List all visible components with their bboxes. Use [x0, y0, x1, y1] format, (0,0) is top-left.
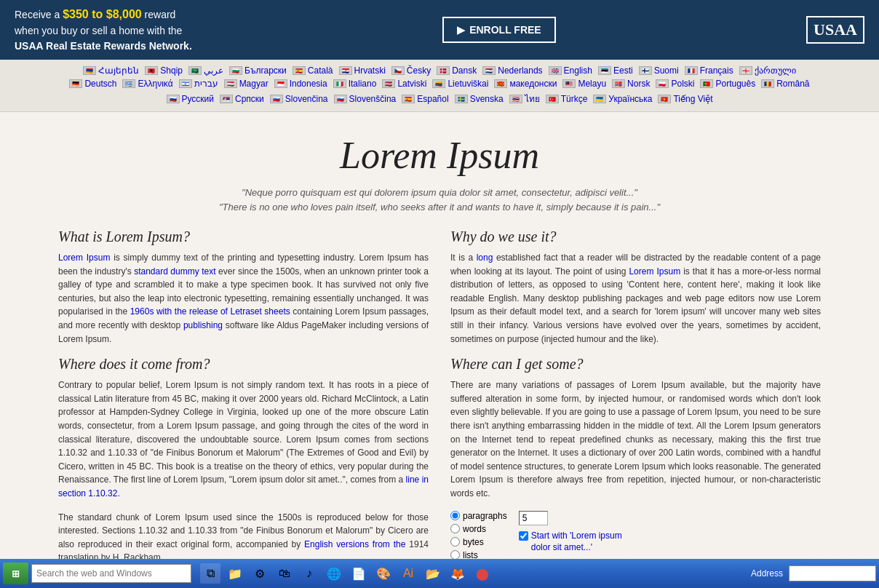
taskbar-right: Address — [751, 565, 876, 581]
banner-text: Receive a $350 to $8,000 reward when you… — [15, 6, 192, 54]
quote-line2: "There is no one who loves pain itself, … — [15, 200, 864, 215]
language-link[interactable]: 🇻🇳Tiếng Việt — [658, 94, 712, 104]
language-link[interactable]: 🇮🇩Indonesia — [274, 79, 327, 89]
option-words-radio[interactable] — [450, 524, 460, 533]
flag-icon: 🇹🇷 — [546, 95, 559, 103]
start-checkbox[interactable] — [519, 531, 528, 541]
file-explorer-icon[interactable]: 📁 — [225, 563, 245, 584]
language-link[interactable]: 🇷🇺Русский — [167, 94, 215, 104]
task-view-icon[interactable]: ⧉ — [200, 563, 220, 584]
paint-icon[interactable]: 🎨 — [373, 563, 394, 584]
firefox-icon[interactable]: 🦊 — [448, 563, 468, 584]
flag-icon: 🇹🇭 — [509, 95, 522, 103]
option-words-label[interactable]: words — [450, 524, 507, 534]
quote-line1: "Neque porro quisquam est qui dolorem ip… — [15, 186, 864, 200]
edge-icon[interactable]: 🌐 — [324, 563, 344, 584]
option-paragraphs-label[interactable]: paragraphs — [450, 511, 507, 521]
main-content: 🇦🇲Հայերեն🇦🇱Shqip🇸🇦عربي🇧🇬Български🇪🇸Catal… — [0, 60, 879, 588]
flag-icon: 🇵🇱 — [656, 79, 669, 88]
language-link[interactable]: 🇬🇧English — [549, 65, 592, 76]
language-link[interactable]: 🇱🇻Latviski — [382, 79, 426, 89]
flag-icon: 🇦🇲 — [83, 66, 96, 75]
banner-brand: USAA Real Estate Rewards Network. — [15, 39, 192, 54]
reward-amount: $350 to $8,000 — [63, 8, 142, 20]
flag-icon: 🇩🇪 — [69, 79, 82, 88]
illustrator-icon[interactable]: Ai — [398, 563, 418, 584]
language-link[interactable]: 🇪🇸Español — [402, 94, 448, 104]
language-link[interactable]: 🇨🇿Česky — [391, 65, 431, 76]
language-link[interactable]: 🇱🇹Lietuviškai — [432, 79, 488, 89]
section-where-from-title: Where does it come from? — [58, 356, 429, 373]
option-bytes-label[interactable]: bytes — [450, 537, 507, 547]
language-link[interactable]: 🇷🇸Српски — [220, 94, 264, 104]
flag-icon: 🇭🇺 — [224, 79, 237, 88]
address-label: Address — [751, 568, 783, 579]
language-link[interactable]: 🇮🇹Italiano — [333, 79, 377, 89]
language-link[interactable]: 🇬🇷Ελληνικά — [122, 79, 172, 89]
option-bytes-radio[interactable] — [450, 537, 460, 547]
flag-icon: 🇮🇹 — [333, 79, 346, 88]
language-link[interactable]: 🇧🇬Български — [229, 65, 287, 76]
language-link[interactable]: 🇹🇭ไทย — [509, 92, 540, 106]
pdf-icon[interactable]: 📄 — [349, 563, 369, 584]
language-link[interactable]: 🇪🇸Català — [293, 65, 333, 76]
count-input[interactable] — [519, 511, 548, 525]
flag-icon: 🇷🇴 — [761, 79, 774, 88]
section-where-get-title: Where can I get some? — [450, 356, 821, 373]
taskbar-icons: ⧉ 📁 ⚙ 🛍 ♪ 🌐 📄 🎨 Ai 📂 🦊 ⬤ — [200, 563, 493, 584]
address-input[interactable] — [789, 565, 876, 581]
language-link[interactable]: 🇸🇮Slovenčina — [270, 94, 328, 104]
quote: "Neque porro quisquam est qui dolorem ip… — [15, 186, 864, 214]
flag-icon: 🇳🇱 — [482, 66, 496, 75]
settings-icon[interactable]: ⚙ — [250, 563, 270, 584]
language-link[interactable]: 🇸🇦عربي — [188, 65, 223, 76]
language-link[interactable]: 🇫🇷Français — [685, 65, 733, 76]
language-link[interactable]: 🇺🇦Українська — [593, 94, 652, 104]
flag-icon: 🇮🇱 — [179, 79, 192, 88]
chrome-icon[interactable]: ⬤ — [472, 563, 493, 584]
flag-icon: 🇫🇮 — [639, 66, 652, 75]
usaa-logo: USAA — [806, 16, 864, 44]
language-link[interactable]: 🇦🇲Հայերեն — [83, 65, 139, 76]
flag-icon: 🇸🇦 — [188, 66, 202, 75]
banner-subtext: when you buy or sell a home with the — [15, 23, 192, 39]
language-link[interactable]: 🇳🇱Nederlands — [482, 65, 542, 76]
flag-icon: 🇸🇪 — [455, 95, 468, 103]
language-link[interactable]: 🇭🇷Hrvatski — [339, 65, 386, 76]
language-link[interactable]: 🇸🇮Slovenščina — [334, 94, 397, 104]
language-link[interactable]: 🇸🇪Svenska — [455, 94, 504, 104]
type-options: paragraphs words bytes lists — [450, 511, 507, 560]
language-link[interactable]: 🇩🇰Dansk — [437, 65, 477, 76]
folder-icon[interactable]: 📂 — [423, 563, 443, 584]
flag-icon: 🇬🇷 — [122, 79, 135, 88]
language-link[interactable]: 🇲🇾Melayu — [562, 79, 606, 89]
enroll-button[interactable]: ▶ ENROLL FREE — [442, 17, 556, 43]
language-link[interactable]: 🇦🇱Shqip — [145, 65, 183, 76]
search-input[interactable] — [31, 564, 191, 583]
flag-icon: 🇨🇿 — [391, 66, 405, 75]
flag-icon: 🇮🇩 — [274, 79, 287, 88]
store-icon[interactable]: 🛍 — [274, 563, 295, 584]
language-link[interactable]: 🇪🇪Eesti — [598, 65, 633, 76]
option-paragraphs-radio[interactable] — [450, 511, 460, 520]
language-link[interactable]: 🇮🇱עברית — [179, 79, 218, 89]
banner-reward: Receive a $350 to $8,000 reward — [15, 6, 192, 23]
music-icon[interactable]: ♪ — [299, 563, 319, 584]
language-link[interactable]: 🇵🇱Polski — [656, 79, 694, 89]
language-link[interactable]: 🇵🇹Português — [700, 79, 755, 89]
content-area: What is Lorem Ipsum? Lorem Ipsum is simp… — [0, 221, 879, 588]
language-link[interactable]: 🇷🇴Română — [761, 79, 809, 89]
language-link[interactable]: 🇫🇮Suomi — [639, 65, 679, 76]
section-what: What is Lorem Ipsum? Lorem Ipsum is simp… — [58, 229, 429, 356]
language-link[interactable]: 🇬🇪ქართული — [739, 65, 796, 76]
language-link[interactable]: 🇭🇺Magyar — [224, 79, 269, 89]
taskbar: ⊞ ⧉ 📁 ⚙ 🛍 ♪ 🌐 📄 🎨 Ai 📂 🦊 ⬤ Address — [0, 559, 879, 588]
flag-icon: 🇳🇴 — [612, 79, 625, 88]
start-button[interactable]: ⊞ — [3, 563, 28, 584]
section-where-get-body: There are many variations of passages of… — [450, 378, 821, 500]
language-link[interactable]: 🇲🇰македонски — [494, 79, 557, 89]
language-link[interactable]: 🇩🇪Deutsch — [69, 79, 116, 89]
flag-icon: 🇬🇪 — [739, 66, 752, 75]
language-link[interactable]: 🇹🇷Türkçe — [546, 94, 588, 104]
language-link[interactable]: 🇳🇴Norsk — [612, 79, 650, 89]
